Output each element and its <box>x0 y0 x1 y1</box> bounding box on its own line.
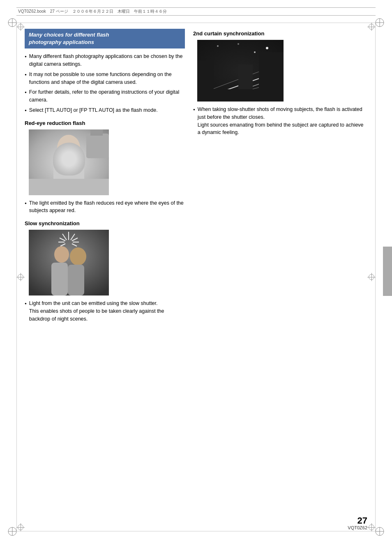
svg-rect-30 <box>51 263 68 295</box>
header-text: VQT0Z62.book 27 ページ ２００６年６月２２日 木曜日 午前１１時… <box>18 9 167 14</box>
crosshair-mid-right <box>367 273 376 281</box>
svg-point-28 <box>54 246 69 263</box>
header-bar: VQT0Z62.book 27 ページ ２００６年６月２２日 木曜日 午前１１時… <box>16 7 376 16</box>
svg-point-13 <box>57 135 80 161</box>
curtain-heading: 2nd curtain synchronization <box>193 30 367 37</box>
right-tab <box>383 247 392 296</box>
intro-bullet-list: Many different flash photography applica… <box>25 53 185 114</box>
svg-point-41 <box>238 43 239 45</box>
content-area: Many choices for different flash photogr… <box>25 29 367 525</box>
svg-rect-17 <box>90 129 103 136</box>
page-container: VQT0Z62.book 27 ページ ２００６年６月２２日 木曜日 午前１１時… <box>0 0 392 554</box>
left-column: Many choices for different flash photogr… <box>25 29 185 525</box>
red-eye-bullet: The light emitted by the flash reduces r… <box>25 199 185 215</box>
svg-rect-45 <box>197 89 284 102</box>
curtain-bullet-list: When taking slow-shutter shots of moving… <box>193 106 367 136</box>
red-eye-photo <box>29 129 109 195</box>
section-header-line2: photography applications <box>29 39 94 45</box>
curtain-photo <box>197 40 284 102</box>
svg-rect-16 <box>86 134 109 158</box>
right-column: 2nd curtain synchronization <box>193 29 367 525</box>
intro-bullet-3: For further details, refer to the operat… <box>25 88 185 104</box>
intro-bullet-1: Many different flash photography applica… <box>25 53 185 68</box>
section-header-line1: Many choices for different flash <box>29 32 109 38</box>
page-number-area: 27 VQT0Z62 <box>348 516 367 530</box>
svg-rect-31 <box>68 265 84 295</box>
photo-people-image <box>29 230 109 295</box>
slow-sync-bullet-list: Light from the unit can be emitted using… <box>25 300 185 323</box>
crosshair-top-left <box>16 23 25 31</box>
slow-sync-heading: Slow synchronization <box>25 220 185 226</box>
slow-sync-bullet-1: Light from the unit can be emitted using… <box>25 300 185 323</box>
svg-rect-15 <box>29 179 109 195</box>
svg-point-37 <box>266 47 268 49</box>
crosshair-top-right <box>367 23 376 31</box>
photo-girl-image <box>29 129 109 195</box>
crosshair-bottom-left <box>16 523 25 531</box>
page-number: 27 <box>348 516 367 525</box>
red-eye-heading: Red-eye reduction flash <box>25 120 185 126</box>
curtain-bullet-1: When taking slow-shutter shots of moving… <box>193 106 367 136</box>
svg-point-38 <box>254 51 256 53</box>
crosshair-mid-left <box>16 273 25 281</box>
intro-bullet-4: Select [TTL AUTO] or [FP TTL AUTO] as th… <box>25 106 185 114</box>
slow-sync-photo <box>29 230 109 295</box>
intro-bullet-2: It may not be possible to use some funct… <box>25 71 185 86</box>
night-scene-image <box>197 40 284 102</box>
svg-point-29 <box>70 247 86 265</box>
page-code: VQT0Z62 <box>348 525 367 530</box>
crosshair-bottom-right <box>367 523 376 531</box>
section-header-box: Many choices for different flash photogr… <box>25 29 185 48</box>
svg-rect-42 <box>259 52 284 89</box>
svg-point-40 <box>217 45 219 47</box>
red-eye-bullet-list: The light emitted by the flash reduces r… <box>25 199 185 215</box>
